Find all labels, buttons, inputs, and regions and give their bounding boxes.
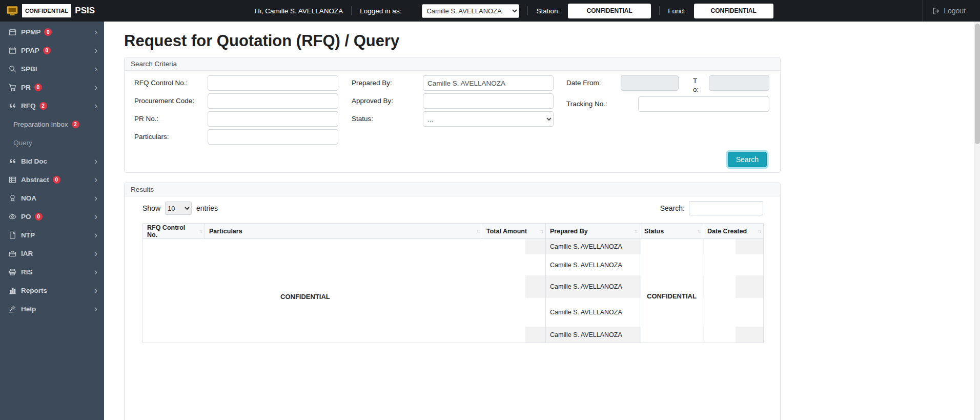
sidebar-subitem-label: Query	[13, 139, 32, 147]
sidebar-item-label: Help	[21, 305, 36, 313]
particulars-input[interactable]	[208, 129, 338, 145]
chevron-right-icon: ›	[94, 249, 97, 258]
sidebar-item-query[interactable]: Query	[0, 133, 104, 152]
chevron-right-icon: ›	[94, 27, 97, 36]
confidential-text: CONFIDENTIAL	[280, 293, 330, 301]
chevron-right-icon: ›	[94, 156, 97, 166]
briefcase-icon	[7, 250, 17, 257]
approved-by-label: Approved By:	[352, 93, 423, 105]
sidebar-item-label: Bid Doc	[21, 157, 47, 165]
redaction-overlay-date	[704, 239, 736, 343]
date-from-input[interactable]	[621, 75, 679, 91]
sidebar-item-ppap[interactable]: PPAP 0 ›	[0, 41, 104, 59]
user-select[interactable]: Camille S. AVELLANOZA	[422, 4, 519, 18]
gavel-icon	[7, 305, 17, 313]
show-label: Show	[142, 204, 160, 212]
tracking-no-input[interactable]	[638, 96, 769, 112]
results-table: RFQ Control No.↑↓ Particulars↑↓ Total Am…	[142, 223, 764, 343]
logout-button[interactable]: Logout	[923, 0, 966, 22]
bar-chart-icon	[7, 287, 17, 294]
sort-icon[interactable]: ↑↓	[697, 228, 700, 234]
status-select[interactable]: ...	[423, 111, 554, 127]
topbar: CONFIDENTIAL PSIS Hi, Camille S. AVELLAN…	[0, 0, 980, 22]
pr-no-label: PR No.:	[134, 111, 208, 123]
sidebar-item-label: PPAP	[21, 47, 39, 54]
column-header-status[interactable]: Status↑↓	[640, 224, 703, 239]
scrollbar-thumb[interactable]	[975, 24, 980, 144]
sidebar-item-ntp[interactable]: NTP ›	[0, 226, 104, 244]
prepared-by-label: Prepared By:	[352, 75, 423, 87]
rfq-control-no-input[interactable]	[208, 75, 338, 91]
table-search-input[interactable]	[689, 201, 763, 215]
chevron-right-icon: ›	[94, 267, 97, 276]
search-criteria-card: Search Criteria RFQ Control No.: Procure…	[124, 57, 781, 173]
column-header-date-created[interactable]: Date Created↑↓	[703, 224, 764, 239]
scrollbar[interactable]	[974, 22, 980, 420]
quote-icon	[7, 157, 17, 165]
sidebar-item-preparation-inbox[interactable]: Preparation Inbox 2	[0, 115, 104, 133]
page-length-select[interactable]: 10	[165, 202, 192, 215]
chevron-right-icon: ›	[94, 304, 97, 313]
sidebar-item-ris[interactable]: RIS ›	[0, 263, 104, 281]
chevron-right-icon: ›	[94, 46, 97, 55]
prepared-by-cell: Camille S. AVELLANOZA	[546, 298, 640, 327]
column-label: Particulars	[209, 228, 242, 235]
sidebar-item-reports[interactable]: Reports ›	[0, 281, 104, 299]
sidebar-item-iar[interactable]: IAR ›	[0, 244, 104, 263]
column-header-rfq-control-no[interactable]: RFQ Control No.↑↓	[142, 224, 205, 239]
table-search-control: Search:	[660, 201, 763, 215]
sort-icon[interactable]: ↑↓	[634, 228, 637, 234]
sidebar-item-bid-doc[interactable]: Bid Doc ›	[0, 152, 104, 170]
sidebar-item-label: Abstract	[21, 176, 49, 184]
search-button[interactable]: Search	[728, 152, 767, 167]
brand-name: PSIS	[75, 6, 95, 16]
approved-by-input[interactable]	[423, 93, 554, 109]
count-badge: 0	[34, 84, 42, 91]
sidebar-item-po[interactable]: PO 0 ›	[0, 207, 104, 226]
sort-icon[interactable]: ↑↓	[476, 228, 479, 234]
chevron-right-icon: ›	[94, 83, 97, 92]
logout-label: Logout	[944, 7, 966, 15]
sidebar-item-pr[interactable]: PR 0 ›	[0, 78, 104, 96]
sidebar-item-help[interactable]: Help ›	[0, 299, 104, 318]
column-header-particulars[interactable]: Particulars↑↓	[205, 224, 482, 239]
station-value: CONFIDENTIAL	[568, 4, 651, 18]
column-header-total-amount[interactable]: Total Amount↑↓	[482, 224, 546, 239]
sidebar-item-ppmp[interactable]: PPMP 0 ›	[0, 23, 104, 41]
sort-icon[interactable]: ↑↓	[540, 228, 543, 234]
sidebar-item-rfq[interactable]: RFQ 2 ›	[0, 96, 104, 115]
sort-icon[interactable]: ↑↓	[758, 228, 761, 234]
table-search-label: Search:	[660, 204, 685, 212]
chevron-right-icon: ›	[94, 212, 97, 221]
procurement-code-input[interactable]	[208, 93, 338, 109]
sidebar-item-noa[interactable]: NOA ›	[0, 189, 104, 207]
prepared-by-input[interactable]	[423, 75, 554, 91]
sort-icon[interactable]: ↑↓	[199, 228, 202, 234]
sidebar-item-label: PPMP	[21, 28, 40, 36]
redaction-overlay-particulars: CONFIDENTIAL	[143, 239, 525, 343]
chevron-right-icon: ›	[94, 193, 97, 203]
date-to-input[interactable]	[709, 75, 769, 91]
prepared-by-cell: Camille S. AVELLANOZA	[546, 275, 640, 298]
quote-icon	[7, 102, 17, 110]
chevron-right-icon: ›	[94, 64, 97, 73]
tracking-no-label: Tracking No.:	[566, 96, 638, 108]
sidebar-item-label: PO	[21, 213, 31, 221]
fund-label: Fund:	[668, 7, 686, 15]
sidebar-item-spbi[interactable]: SPBI ›	[0, 59, 104, 78]
eye-icon	[7, 213, 17, 221]
pr-no-input[interactable]	[208, 111, 338, 127]
logged-in-as-label: Logged in as:	[360, 7, 401, 15]
topbar-center: Hi, Camille S. AVELLANOZA Logged in as: …	[255, 0, 773, 22]
divider	[527, 6, 528, 15]
confidential-badge: CONFIDENTIAL	[22, 4, 71, 17]
sidebar-item-label: IAR	[21, 250, 33, 257]
fund-value: CONFIDENTIAL	[694, 4, 773, 18]
sidebar-item-label: RIS	[21, 268, 33, 276]
count-badge: 0	[53, 176, 60, 184]
prepared-by-cell: Camille S. AVELLANOZA	[546, 327, 640, 343]
column-label: Status	[644, 228, 664, 235]
search-icon	[7, 65, 17, 73]
column-header-prepared-by[interactable]: Prepared By↑↓	[546, 224, 640, 239]
sidebar-item-abstract[interactable]: Abstract 0 ›	[0, 170, 104, 189]
